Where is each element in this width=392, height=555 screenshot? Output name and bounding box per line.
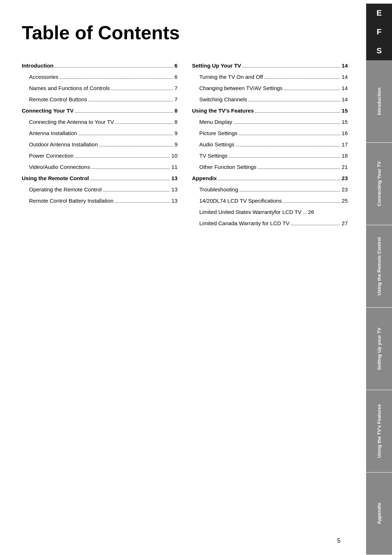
toc-page-picture-settings: 16 (342, 129, 348, 137)
toc-entry-menu-display: Menu Display15 (192, 118, 348, 126)
page-number: 5 (337, 538, 340, 544)
toc-entry-battery-install: Remote Control Battery Installation13 (22, 197, 177, 204)
sidebar-letter-e: E (366, 4, 392, 23)
toc-page-canada-warranty: 27 (342, 219, 348, 227)
sidebar-tab-setting-up[interactable]: Setting Up your TV (366, 308, 392, 390)
toc-label-battery-install: Remote Control Battery Installation (29, 197, 114, 204)
toc-page-connecting-tv: 8 (175, 107, 177, 114)
toc-page-setting-up: 14 (342, 62, 348, 69)
toc-entry-tv-settings: TV Settings18 (192, 152, 348, 159)
toc-dots-troubleshooting (240, 191, 340, 191)
sidebar-tab-remote-control[interactable]: Using the Remote Control (366, 225, 392, 308)
toc-label-setting-up: Setting Up Your TV (192, 62, 241, 69)
toc-label-line2-us-warranty: for LCD TV (274, 208, 302, 216)
toc-dots-battery-install (115, 202, 170, 203)
toc-page-intro: 6 (175, 62, 177, 69)
toc-label-tv-features: Using the TV's Features (192, 107, 254, 114)
sidebar-tab-features[interactable]: Using the TV's Features (366, 390, 392, 473)
toc-dots-setting-up (242, 67, 340, 68)
sidebar-tab-connecting[interactable]: Connecting Your TV (366, 143, 392, 225)
toc-label-canada-warranty: Limited Canada Warranty for LCD TV (199, 219, 289, 227)
toc-entry-names: Names and Functions of Controls7 (22, 84, 177, 92)
toc-dots-outdoor-antenna (99, 146, 173, 146)
toc-page-specifications: 25 (342, 197, 348, 204)
toc-label-operating-remote: Operating the Remote Control (29, 186, 102, 193)
toc-page-outdoor-antenna: 9 (175, 141, 177, 148)
toc-dots-turning-on (265, 78, 340, 79)
toc-entry-intro: Introduction6 (22, 62, 177, 69)
toc-label-menu-display: Menu Display (199, 118, 232, 126)
toc-page-appendix: 23 (342, 174, 348, 182)
toc-page-video-audio: 11 (171, 163, 177, 171)
toc-entry-antenna-install: Antenna Installation9 (22, 129, 177, 137)
toc-entry-setting-up: Setting Up Your TV14 (192, 62, 348, 69)
toc-label-accessories: Accessories (29, 73, 58, 81)
toc-page-remote-buttons: 7 (175, 96, 177, 103)
toc-label-tv-settings: TV Settings (199, 152, 228, 159)
toc-entry-remote-control: Using the Remote Control13 (22, 174, 177, 182)
toc-page-other-function: 21 (342, 163, 348, 171)
toc-label-connecting-antenna: Connecting the Antenna to Your TV (29, 118, 114, 126)
sidebar-letter-s: S (366, 41, 392, 60)
toc-dots-power-connection (75, 157, 170, 158)
toc-dots-antenna-install (78, 135, 173, 135)
toc-page-changing-av: 14 (342, 84, 348, 92)
sidebar-tab-appendix[interactable]: Appendix (366, 473, 392, 555)
toc-label-antenna-install: Antenna Installation (29, 129, 77, 137)
toc-label-switching-channels: Switching Channels (199, 96, 247, 103)
toc-label-remote-control: Using the Remote Control (22, 174, 89, 182)
toc-label-line1-us-warranty: Limited United States Warranty (199, 208, 274, 216)
toc-dots-tv-features (255, 112, 340, 113)
sidebar-tab-introduction[interactable]: Introduction (366, 60, 392, 143)
sidebar-tab-label-appendix: Appendix (376, 500, 382, 527)
toc-page-accessories: 6 (175, 73, 177, 81)
toc-entry-appendix: Appendix23 (192, 174, 348, 182)
toc-entry-changing-av: Changing between TV/AV Settings14 (192, 84, 348, 92)
toc-dots-menu-display (234, 123, 340, 124)
toc-page-us-warranty: 26 (308, 208, 314, 216)
toc-page-operating-remote: 13 (171, 186, 177, 193)
toc-page-names: 7 (175, 84, 177, 92)
toc-page-troubleshooting: 23 (342, 186, 348, 193)
toc-entry-tv-features: Using the TV's Features15 (192, 107, 348, 114)
toc-dots-remote-control (90, 180, 170, 180)
toc-page-turning-on: 14 (342, 73, 348, 81)
toc-dots-remote-buttons (89, 101, 173, 101)
toc-dots-intro (55, 67, 173, 68)
toc-dots-connecting-antenna (115, 123, 173, 124)
toc-dots-audio-settings (236, 146, 340, 146)
toc-page-power-connection: 10 (171, 152, 177, 159)
toc-dots-connecting-tv (75, 112, 173, 113)
sidebar-tab-label-connecting: Connecting Your TV (376, 158, 382, 209)
toc-entry-outdoor-antenna: Outdoor Antenna Installation9 (22, 141, 177, 148)
sidebar-tab-label-introduction: Introduction (376, 85, 382, 118)
toc-label-power-connection: Power Connection (29, 152, 74, 159)
toc-entry-operating-remote: Operating the Remote Control13 (22, 186, 177, 193)
toc-label-intro: Introduction (22, 62, 53, 69)
toc-page-audio-settings: 17 (342, 141, 348, 148)
left-column: Introduction6Accessories6Names and Funct… (22, 62, 177, 231)
toc-page-tv-settings: 18 (342, 152, 348, 159)
toc-dots-canada-warranty (291, 225, 340, 225)
toc-dots-switching-channels (249, 101, 340, 101)
toc-entry-picture-settings: Picture Settings16 (192, 129, 348, 137)
toc-label-specifications: 14/20DL74 LCD TV Specifications (199, 197, 282, 204)
toc-dots-changing-av (284, 90, 340, 90)
sidebar-letter-f: F (366, 23, 392, 41)
sidebar: E F S IntroductionConnecting Your TVUsin… (366, 0, 392, 555)
toc-page-connecting-antenna: 8 (175, 118, 177, 126)
sidebar-top: E F S (366, 0, 392, 60)
toc-dots-other-function (258, 169, 340, 169)
sidebar-tabs: IntroductionConnecting Your TVUsing the … (366, 60, 392, 555)
toc-entry-troubleshooting: Troubleshooting23 (192, 186, 348, 193)
toc-dots-tv-settings (229, 157, 340, 158)
toc-dots-us-warranty (303, 214, 307, 214)
toc-dots-appendix (218, 180, 340, 180)
toc-entry-power-connection: Power Connection10 (22, 152, 177, 159)
toc-entry-canada-warranty: Limited Canada Warranty for LCD TV27 (192, 219, 348, 227)
toc-page-tv-features: 15 (342, 107, 348, 114)
toc-entry-connecting-tv: Connecting Your TV8 (22, 107, 177, 114)
toc-page-switching-channels: 14 (342, 96, 348, 103)
toc-entry-video-audio: Video/Audio Connections11 (22, 163, 177, 171)
toc-dots-operating-remote (103, 191, 170, 191)
